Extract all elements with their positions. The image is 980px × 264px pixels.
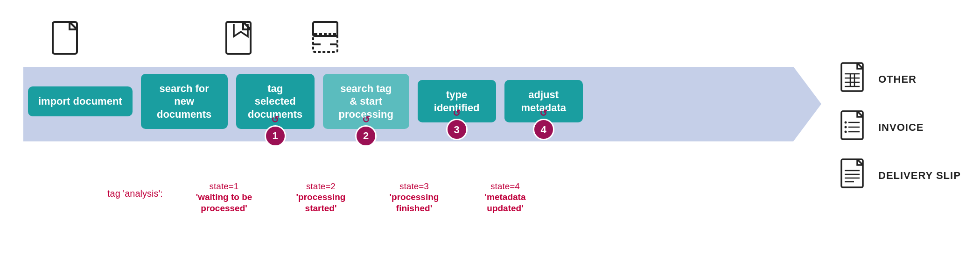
doc-type-other: OTHER: [840, 62, 971, 97]
icon-slot-searchtag: [288, 20, 367, 62]
badge-4: 4: [533, 119, 554, 140]
steps-row: import document search fornewdocuments t…: [28, 74, 583, 129]
svg-rect-18: [841, 159, 863, 187]
refresh-arrow-3: ↺: [453, 108, 461, 118]
step-import-label: import document: [38, 95, 122, 107]
svg-point-12: [845, 121, 847, 124]
refresh-arrow-4: ↺: [539, 108, 547, 118]
list-doc-icon: [840, 110, 869, 145]
state-3-block: state=3 'processingfinished': [371, 181, 457, 214]
icon-slot-import: [28, 20, 106, 62]
tag-analysis-label: tag 'analysis':: [107, 188, 163, 199]
step-import: import document: [28, 86, 133, 116]
step-type: typeidentified ↺ 3: [418, 80, 496, 122]
state-2-value: 'processingstarted': [278, 192, 364, 214]
icons-row: [28, 20, 367, 62]
step-search-label: search fornewdocuments: [157, 83, 211, 120]
icon-slot-tag: [202, 20, 280, 62]
svg-point-14: [845, 126, 847, 128]
main-container: import document search fornewdocuments t…: [9, 6, 971, 258]
badge-2-container: ↺ 2: [355, 115, 377, 147]
badge-1: 1: [265, 125, 286, 147]
grid-doc-icon: [840, 62, 869, 97]
state-1-block: state=1 'waiting to beprocessed': [182, 181, 266, 214]
state-3-value: 'processingfinished': [371, 192, 457, 214]
badge-1-container: ↺ 1: [265, 115, 286, 147]
state-4-label: state=4: [462, 181, 548, 192]
badge-2: 2: [355, 125, 377, 147]
text-doc-icon: [840, 158, 869, 193]
diagram-area: import document search fornewdocuments t…: [9, 6, 821, 258]
state-2-block: state=2 'processingstarted': [278, 181, 364, 214]
step-search: search fornewdocuments: [141, 74, 228, 129]
doc-type-other-label: OTHER: [878, 73, 917, 86]
state-1-label: state=1: [182, 181, 266, 192]
state-2-label: state=2: [278, 181, 364, 192]
inbox-icon: [311, 20, 344, 62]
refresh-arrow-2: ↺: [362, 115, 370, 124]
bookmark-icon: [224, 20, 257, 62]
step-adjust: adjustmetadata ↺ 4: [504, 80, 583, 122]
badge-4-container: ↺ 4: [533, 108, 554, 140]
doc-types-panel: OTHER INVOICE: [840, 62, 971, 193]
doc-type-invoice: INVOICE: [840, 110, 971, 145]
document-icon: [51, 20, 84, 62]
step-tag: tagselecteddocuments ↺ 1: [236, 74, 315, 129]
state-3-label: state=3: [371, 181, 457, 192]
svg-point-16: [845, 131, 847, 133]
step-searchtag: search tag& startprocessing ↺ 2: [323, 74, 409, 129]
badge-3-container: ↺ 3: [446, 108, 468, 140]
refresh-arrow-1: ↺: [271, 115, 279, 124]
badge-3: 3: [446, 119, 468, 140]
svg-rect-11: [841, 111, 863, 139]
state-4-value: 'metadataupdated': [462, 192, 548, 214]
state-1-value: 'waiting to beprocessed': [182, 192, 266, 214]
doc-type-delivery-label: DELIVERY SLIP: [878, 170, 961, 182]
doc-type-invoice-label: INVOICE: [878, 121, 924, 134]
state-4-block: state=4 'metadataupdated': [462, 181, 548, 214]
doc-type-delivery: DELIVERY SLIP: [840, 158, 971, 193]
